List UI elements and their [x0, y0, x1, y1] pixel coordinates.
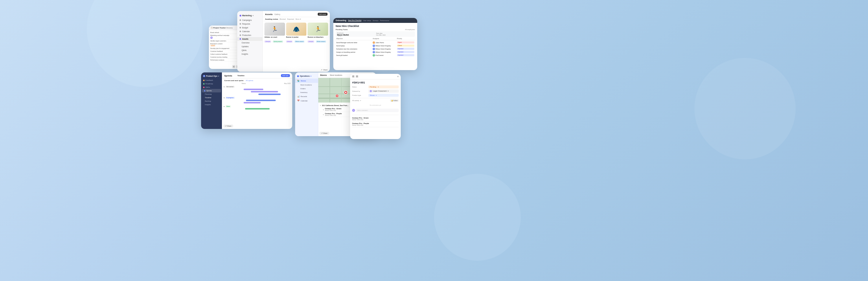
sidebar-item-qas[interactable]: Q&As: [201, 85, 222, 89]
asset-item[interactable]: 🏃 Athlete: on court Lifestyle Spring sea…: [265, 23, 285, 43]
col-assignee: Assignee: [373, 38, 396, 39]
pt-item[interactable]: Collect customer feedback: [210, 53, 239, 56]
tab-timeline[interactable]: Timeline: [238, 75, 245, 77]
filter-awaiting[interactable]: Awaiting review: [265, 18, 278, 20]
sidebar-item-planning[interactable]: Planning: [201, 92, 222, 96]
col-objective: Objective: [336, 38, 372, 39]
sku-status-value[interactable]: Pending ▾: [368, 85, 399, 88]
asset-item[interactable]: 🏃 Runner on bleachers Lifestyle Winter s…: [308, 23, 328, 43]
sku-variant-item[interactable]: Centaur Pro - Green Serial: #SKU-001: [352, 116, 399, 122]
all-sprints-link[interactable]: All sprints: [246, 80, 253, 81]
sku-topbar: ⊡ ⊡ ✕: [350, 74, 401, 79]
sidebar-item-qas[interactable]: Q&As: [237, 48, 262, 52]
share-btn[interactable]: Share: [323, 69, 328, 71]
sidebar-item-records[interactable]: 📊 Records: [295, 94, 318, 99]
pt-item[interactable]: Identify target customers: [210, 39, 239, 42]
share-icon: ↗: [321, 69, 322, 71]
pt-subtitle: Directory: [226, 27, 232, 29]
sidebar-item-budget[interactable]: Budget: [237, 26, 262, 30]
filter-rejected[interactable]: Rejected: [287, 18, 294, 20]
asset-item[interactable]: 🧥 Runner in jacket Lifestyle Winter seas…: [286, 23, 307, 43]
sku-follow-button[interactable]: 🔔 Follow: [390, 100, 399, 102]
marketing-chevron-icon[interactable]: ▾: [253, 15, 253, 17]
store-serial: Serial: #SKU-002: [325, 114, 342, 116]
sidebar-label: Q&As: [206, 86, 210, 88]
ops-share-button[interactable]: ↗ Share: [319, 132, 329, 135]
chevron-down-icon: ▾: [323, 114, 324, 116]
assignee-avatar: P: [373, 54, 375, 56]
tab-performance[interactable]: Performance: [380, 20, 390, 22]
sidebar-item-inventory[interactable]: Inventory: [295, 90, 318, 94]
sidebar-item-feedback[interactable]: Feedback: [201, 79, 222, 82]
pt-item[interactable]: Develop plan for engagement: [210, 47, 239, 50]
pt-item[interactable]: Performance analysis: [210, 59, 239, 62]
sidebar-item-assets[interactable]: Assets: [237, 37, 262, 41]
sku-variant-item[interactable]: Centaur Pro - Purple Serial: #SKU-002: [352, 122, 399, 127]
sidebar-item-roadmap[interactable]: Roadmap: [201, 82, 222, 85]
sku-status-text: Pending: [370, 86, 376, 88]
variant-serial: Serial: #SKU-001: [352, 119, 399, 120]
sidebar-item-sprints[interactable]: Sprints: [202, 89, 221, 92]
bell-icon: 🔔: [391, 100, 393, 102]
add-task-button[interactable]: Add task: [281, 74, 290, 77]
sidebar-item-overview[interactable]: Overview: [237, 41, 262, 45]
sidebar-item-orders[interactable]: Orders: [295, 87, 318, 90]
pt-item[interactable]: Brand refresh: [210, 31, 239, 34]
follow-label: Follow: [394, 100, 398, 102]
sidebar-item-store-locations[interactable]: Store locations: [295, 83, 318, 87]
sidebar-item-insights[interactable]: Insights: [237, 52, 262, 56]
expand-icon[interactable]: ▾: [224, 97, 224, 99]
sidebar-label: Insights: [205, 104, 211, 106]
close-icon[interactable]: ✕: [397, 75, 399, 78]
pt-item[interactable]: Brainstorm content content: [210, 42, 239, 47]
ops-chevron-icon[interactable]: ▾: [310, 75, 311, 77]
comment-box[interactable]: Add a comment...: [356, 109, 399, 112]
ob-table-row[interactable]: Schedule new-hire orientation M Mikaio K…: [336, 47, 415, 50]
sidebar-item-calendar[interactable]: 📅 Calendar: [295, 99, 318, 103]
ob-employee-row: Employee Myryn Wolfet Start date Oct 25t…: [336, 31, 415, 37]
tab-new-hire-checklist[interactable]: New Hire Checklist: [348, 20, 361, 22]
ob-table-row[interactable]: Send laptop M Mikaio Kubo-Kingsley Criti…: [336, 44, 415, 47]
assignee-name: Jules Harris: [376, 42, 384, 44]
ob-section-label: Pending Tasks: [336, 29, 348, 30]
sidebar-item-campaigns[interactable]: Campaigns: [237, 18, 262, 22]
sku-ordered-value[interactable]: L Logan Grassmont ▾: [368, 89, 399, 93]
ob-table-row[interactable]: Assign on-boarding partner M Mikaio Kubo…: [336, 50, 415, 54]
po-footer: ↗ Share: [223, 124, 233, 128]
pt-add-btn[interactable]: +: [232, 65, 235, 68]
sidebar-item-insights[interactable]: Insights: [201, 103, 222, 106]
sidebar-item-production[interactable]: Production: [237, 33, 262, 37]
assignee-cell: M Mikaio Kubo-Kingsley: [373, 51, 396, 53]
sku-topbar-icon2: ⊡: [355, 75, 359, 78]
filter-blocked[interactable]: Blocked: [279, 18, 286, 20]
expand-icon[interactable]: ▾: [224, 86, 224, 88]
chevron-down-icon: ▾: [323, 109, 324, 111]
tab-gallery[interactable]: Gallery: [274, 13, 280, 16]
gantt-row: [224, 102, 290, 104]
po-share-button[interactable]: ↗ Share: [223, 124, 233, 128]
roadmap-icon: [203, 83, 205, 85]
pt-item[interactable]: Customer journey meeting: [210, 56, 239, 59]
gantt-months: Status May 2023: [242, 83, 290, 84]
gantt-row: [224, 108, 290, 110]
ob-table-row[interactable]: Send gift basket P Pat Everett Important: [336, 54, 415, 57]
tab-user-setup[interactable]: User setup: [363, 20, 371, 22]
filter-more[interactable]: More ▾: [296, 18, 301, 20]
sidebar-item-stores[interactable]: 🏪 Stores: [295, 79, 318, 83]
sidebar-item-backlog[interactable]: Backlog: [201, 100, 222, 103]
sku-product-type-value[interactable]: Shoes ▾: [368, 94, 399, 97]
pt-item[interactable]: Marketing overhaul campaign M: [210, 34, 239, 39]
add-asset-button[interactable]: Add asset: [318, 13, 328, 16]
sidebar-item-timeline[interactable]: Timeline: [201, 96, 222, 100]
sidebar-item-calendar[interactable]: Calendar: [237, 30, 262, 33]
po-logo-icon: P: [203, 75, 205, 77]
ob-table-row[interactable]: Send Manager welcome letter J Jules Harr…: [336, 41, 415, 44]
pt-item[interactable]: Customer feedback: [210, 50, 239, 53]
sidebar-item-requests[interactable]: Requests: [237, 22, 262, 26]
sidebar-item-updates[interactable]: Updates: [237, 45, 262, 48]
po-sidebar-chevron-icon[interactable]: ▾: [218, 75, 219, 77]
tab-surveys[interactable]: Surveys: [373, 20, 378, 22]
ob-section-header: Pending Tasks All employees: [336, 29, 415, 30]
asset-tags: Lifestyle Spring season: [265, 38, 285, 43]
expand-icon[interactable]: ▾: [224, 106, 224, 108]
